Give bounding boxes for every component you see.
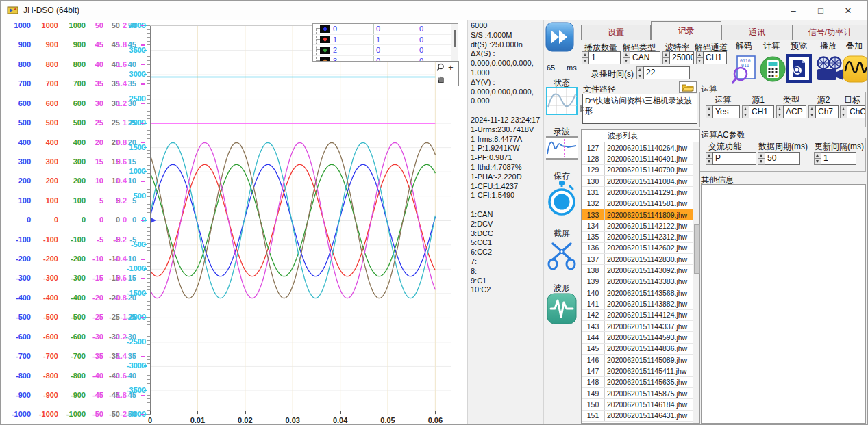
update-interval-spinner[interactable]: 1 (814, 152, 856, 165)
x-axis-label: 0.03 (285, 416, 299, 424)
browse-folder-button[interactable] (679, 81, 697, 93)
file-row-name: 20200620151143568.jhw (605, 289, 687, 297)
operation-group: 运算 源1 类型 源2 目标 Yes CH1 ACP Ch7 (699, 92, 866, 127)
maximize-button[interactable]: □ (807, 1, 834, 20)
file-row-name: 20200620151145635.jhw (605, 378, 687, 386)
waveform-file-row[interactable]: 14220200620151144124.jhw (582, 310, 693, 321)
minimize-button[interactable]: – (780, 1, 807, 20)
waveform-file-row[interactable]: 13120200620151141291.jhw (582, 187, 693, 198)
ac-function-spinner[interactable]: P (706, 152, 756, 165)
waveform-file-row[interactable]: 14820200620151145635.jhw (582, 377, 693, 388)
file-path-input[interactable]: D:\快速访问资料\三相机录波波形 (582, 94, 697, 124)
info-line: 0.000 (471, 96, 543, 106)
waveform-file-row[interactable]: 12720200620151140264.jhw (582, 142, 693, 153)
x-axis-label: 0.04 (333, 416, 347, 424)
plot-legend[interactable]: 000110200300 (312, 23, 458, 62)
file-row-name: 20200620151141581.jhw (605, 199, 687, 207)
info-line: 10:C2 (471, 285, 543, 295)
movie-camera-icon (815, 55, 845, 83)
screenshot-scissors-icon[interactable] (547, 238, 577, 271)
waveform-plot[interactable] (150, 25, 451, 415)
tab-signal-power[interactable]: 信号/功率计 (793, 25, 867, 40)
legend-marker[interactable] (320, 25, 330, 33)
file-row-name: 20200620151142122.jhw (605, 222, 687, 230)
waveform-file-row[interactable]: 14620200620151145089.jhw (582, 355, 693, 365)
waveform-file-row[interactable]: 13420200620151142122.jhw (582, 220, 693, 231)
save-stopwatch-icon[interactable] (547, 181, 576, 217)
waveform-file-row[interactable]: 15020200620151146184.jhw (582, 399, 693, 410)
legend-row[interactable]: 110 (313, 35, 458, 46)
tab-settings[interactable]: 设置 (581, 25, 651, 40)
fast-forward-button[interactable] (545, 22, 574, 52)
waveform-file-row[interactable]: 13820200620151143092.jhw (582, 265, 693, 276)
waveform-file-row[interactable]: 12920200620151140790.jhw (582, 165, 693, 176)
elapsed-value: 65 (547, 64, 555, 72)
op-type-spinner[interactable]: ACP (776, 105, 806, 118)
decode-type-spinner[interactable]: CAN (623, 51, 660, 64)
y-axis-label: -0.4 (86, 255, 127, 263)
play-button[interactable]: 播放 (813, 40, 843, 86)
op-source1-spinner[interactable]: CH1 (742, 105, 774, 118)
info-line: ΔY(V) : (471, 78, 543, 88)
zoom-plus-icon[interactable]: + (448, 62, 454, 73)
info-line (471, 106, 543, 116)
legend-scrollbar[interactable] (451, 24, 458, 61)
waveform-file-row[interactable]: 12820200620151140491.jhw (582, 153, 693, 164)
waveform-file-row[interactable]: 14520200620151144836.jhw (582, 344, 693, 355)
tab-comm[interactable]: 通讯 (721, 25, 793, 40)
data-period-spinner[interactable]: 50 (758, 152, 800, 165)
info-line: 2024-11-12 23:24:17 (471, 116, 543, 125)
op-source2-spinner[interactable]: Ch7 (808, 105, 839, 118)
waveform-file-row[interactable]: 13020200620151141084.jhw (582, 176, 693, 187)
legend-marker[interactable] (320, 57, 330, 62)
pan-hand-icon[interactable] (436, 75, 446, 84)
op-target-spinner[interactable]: ChC1 (840, 105, 865, 118)
info-line: 1-Ithd:4.7087% (471, 163, 543, 172)
wave-button-icon[interactable] (547, 293, 577, 324)
record-waveform-icon[interactable] (546, 136, 578, 160)
waveform-file-row[interactable]: 14720200620151145411.jhw (582, 365, 693, 376)
legend-row[interactable]: 000 (313, 24, 458, 35)
play-count-spinner[interactable]: 1 (582, 51, 621, 64)
waveform-file-row[interactable]: 13520200620151142312.jhw (582, 232, 693, 243)
ac-function-label: 交流功能 (708, 141, 741, 153)
y-axis-label: 500 (105, 192, 146, 200)
legend-marker[interactable] (320, 36, 330, 43)
x-axis-tick (197, 411, 198, 414)
scrollbar-thumb[interactable] (694, 224, 700, 274)
legend-row[interactable]: 200 (313, 45, 458, 56)
file-row-name: 20200620151144836.jhw (605, 344, 687, 352)
file-row-index: 132 (582, 198, 605, 209)
waveform-file-row[interactable]: 14920200620151145875.jhw (582, 388, 693, 399)
decode-button[interactable]: 解码 0110 011 (730, 40, 758, 87)
file-row-name: 20200620151144593.jhw (605, 333, 687, 342)
legend-marker[interactable] (320, 47, 330, 54)
status-waveform-icon[interactable] (546, 87, 578, 115)
zoom-icon[interactable] (436, 62, 447, 73)
path-type-icon (580, 105, 586, 113)
op-enable-spinner[interactable]: Yes (706, 105, 740, 118)
file-list-scrollbar[interactable] (693, 142, 699, 423)
decode-channel-spinner[interactable]: CH1 (696, 51, 727, 64)
waveform-file-row[interactable]: 13920200620151143383.jhw (582, 276, 693, 287)
update-interval-label: 更新间隔(ms) (815, 141, 864, 153)
overlay-button[interactable]: 叠加 (841, 40, 867, 86)
close-button[interactable]: ✕ (834, 1, 862, 20)
tab-record[interactable]: 记录 (651, 21, 721, 40)
legend-label: 2 (333, 46, 337, 54)
waveform-file-row[interactable]: 15120200620151146431.jhw (582, 411, 693, 422)
waveform-file-row[interactable]: 13320200620151141809.jhw (582, 209, 693, 220)
baud-rate-spinner[interactable]: 250000 (662, 51, 694, 64)
waveform-file-row[interactable]: 13720200620151142830.jhw (582, 254, 693, 265)
preview-button[interactable]: 预览 (786, 40, 812, 84)
x-axis-tick (435, 411, 436, 414)
waveform-file-row[interactable]: 14020200620151143568.jhw (582, 287, 693, 298)
waveform-file-row[interactable]: 14320200620151144337.jhw (582, 321, 693, 332)
waveform-file-row[interactable]: 14120200620151143882.jhw (582, 298, 693, 309)
record-time-spinner[interactable]: 22 (636, 66, 690, 79)
waveform-file-row[interactable]: 14420200620151144593.jhw (582, 332, 693, 343)
waveform-file-row[interactable]: 13220200620151141581.jhw (582, 198, 693, 209)
y-axis-label: 0 (105, 216, 146, 224)
calculate-button[interactable]: 计算 (758, 40, 784, 86)
waveform-file-row[interactable]: 13620200620151142602.jhw (582, 243, 693, 254)
